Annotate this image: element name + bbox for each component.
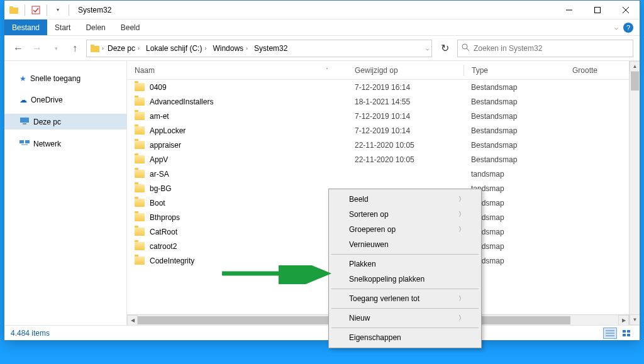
context-menu: Beeld〉Sorteren op〉Groeperen op〉Vernieuwe…	[328, 189, 482, 348]
back-button[interactable]: ←	[11, 41, 26, 56]
sidebar-item-label: Netwerk	[33, 140, 61, 148]
file-type: Bestandsmap	[464, 126, 564, 135]
file-type: Bestandsmap	[464, 83, 564, 92]
folder-icon	[135, 126, 145, 135]
properties-icon[interactable]	[30, 4, 42, 16]
file-type: tandsmap	[464, 170, 564, 179]
network-icon	[19, 139, 30, 148]
folder-icon	[135, 228, 145, 236]
scroll-down-button[interactable]: ▼	[630, 314, 640, 325]
svg-rect-2	[32, 6, 40, 14]
search-input[interactable]: Zoeken in System32	[457, 40, 633, 57]
vertical-scrollbar[interactable]: ▲ ▼	[629, 61, 640, 325]
forward-button[interactable]: →	[30, 41, 45, 56]
sidebar-item-network[interactable]: Netwerk	[4, 136, 126, 152]
context-menu-item[interactable]: Beeld〉	[330, 192, 480, 207]
folder-icon	[89, 43, 101, 54]
table-row[interactable]: AppLocker7-12-2019 10:14Bestandsmap	[127, 123, 629, 138]
file-name: CatRoot	[150, 228, 177, 236]
chevron-right-icon[interactable]: ›	[102, 45, 104, 52]
thumbnails-view-button[interactable]	[619, 328, 633, 339]
ribbon-tab-view[interactable]: Beeld	[113, 19, 148, 35]
context-menu-item[interactable]: Snelkoppeling plakken	[330, 272, 480, 287]
svg-rect-1	[9, 6, 13, 8]
folder-icon	[135, 184, 145, 192]
svg-rect-22	[627, 334, 630, 336]
chevron-right-icon: 〉	[458, 210, 465, 219]
refresh-button[interactable]: ↻	[436, 40, 453, 57]
chevron-right-icon: 〉	[458, 294, 465, 303]
breadcrumb-seg[interactable]: System32	[252, 44, 290, 53]
column-header-size[interactable]: Grootte	[565, 66, 629, 75]
folder-icon	[135, 256, 145, 265]
context-menu-item[interactable]: Nieuw〉	[330, 311, 480, 326]
up-button[interactable]: ↑	[67, 41, 82, 56]
breadcrumb-seg[interactable]: Lokale schijf (C:)›	[143, 44, 209, 53]
svg-rect-20	[627, 330, 630, 333]
sort-indicator-icon: ˄	[326, 67, 328, 73]
column-header-type[interactable]: Type	[464, 66, 565, 75]
file-name: CodeIntegrity	[150, 256, 194, 265]
qat-dropdown-icon[interactable]: ▾	[52, 4, 64, 16]
address-bar[interactable]: › Deze pc› Lokale schijf (C:)› Windows› …	[86, 40, 432, 57]
sidebar-item-onedrive[interactable]: ☁ OneDrive	[4, 92, 126, 108]
context-menu-item[interactable]: Groeperen op〉	[330, 222, 480, 237]
close-button[interactable]	[611, 1, 640, 19]
table-row[interactable]: appraiser22-11-2020 10:05Bestandsmap	[127, 138, 629, 152]
table-row[interactable]: AdvancedInstallers18-1-2021 14:55Bestand…	[127, 94, 629, 109]
chevron-right-icon: 〉	[458, 195, 465, 204]
table-row[interactable]: 04097-12-2019 16:14Bestandsmap	[127, 80, 629, 94]
svg-line-10	[467, 48, 469, 51]
file-date: 7-12-2019 10:14	[347, 112, 464, 121]
table-row[interactable]: AppV22-11-2020 10:05Bestandsmap	[127, 152, 629, 167]
column-header-date[interactable]: Gewijzigd op	[347, 66, 464, 75]
file-type: Bestandsmap	[464, 141, 564, 150]
svg-rect-19	[623, 330, 626, 333]
context-menu-separator	[331, 254, 479, 255]
file-name: 0409	[150, 83, 167, 92]
scroll-up-button[interactable]: ▲	[630, 61, 640, 72]
item-count: 4.484 items	[11, 329, 50, 338]
svg-rect-11	[20, 118, 29, 123]
sidebar-item-quick-access[interactable]: ★ Snelle toegang	[4, 71, 126, 86]
file-name: am-et	[150, 112, 169, 121]
table-row[interactable]: am-et7-12-2019 10:14Bestandsmap	[127, 109, 629, 123]
scroll-left-button[interactable]: ◀	[127, 315, 138, 326]
svg-rect-14	[25, 140, 30, 143]
recent-dropdown-icon[interactable]: ▾	[48, 41, 64, 56]
context-menu-item[interactable]: Sorteren op〉	[330, 207, 480, 222]
file-name: appraiser	[150, 141, 181, 150]
file-date: 7-12-2019 16:14	[347, 83, 464, 92]
folder-icon	[135, 199, 145, 207]
minimize-button[interactable]	[555, 1, 583, 19]
file-name: AppLocker	[150, 126, 186, 135]
breadcrumb-seg[interactable]: Windows›	[210, 44, 250, 53]
file-type: Bestandsmap	[464, 112, 564, 121]
ribbon-tab-file[interactable]: Bestand	[4, 19, 47, 35]
sidebar-item-this-pc[interactable]: Deze pc	[4, 114, 126, 130]
context-menu-item[interactable]: Plakken	[330, 256, 480, 272]
status-bar: 4.484 items	[4, 325, 640, 340]
context-menu-item[interactable]: Toegang verlenen tot〉	[330, 291, 480, 306]
file-type: Bestandsmap	[464, 155, 564, 164]
ribbon-tab-share[interactable]: Delen	[78, 19, 113, 35]
maximize-button[interactable]	[583, 1, 611, 19]
ribbon-expand-icon[interactable]: ⌵	[614, 24, 618, 31]
help-icon[interactable]: ?	[623, 23, 633, 33]
context-menu-item[interactable]: Eigenschappen	[330, 330, 480, 345]
table-row[interactable]: ar-SAtandsmap	[127, 167, 629, 181]
context-menu-item[interactable]: Vernieuwen	[330, 237, 480, 252]
breadcrumb-seg[interactable]: Deze pc›	[105, 44, 142, 53]
nav-pane: ★ Snelle toegang ☁ OneDrive Deze pc Netw…	[4, 61, 127, 325]
scroll-right-button[interactable]: ▶	[618, 315, 629, 326]
ribbon-tab-start[interactable]: Start	[47, 19, 78, 35]
title-bar: ▾ System32	[4, 1, 640, 19]
scroll-thumb[interactable]	[631, 72, 639, 91]
folder-icon	[135, 170, 145, 178]
column-header-name[interactable]: Naam˄	[127, 66, 347, 75]
cloud-icon: ☁	[19, 96, 27, 104]
svg-rect-4	[594, 7, 600, 13]
context-menu-separator	[331, 308, 479, 309]
address-dropdown-icon[interactable]: ⌵	[426, 45, 429, 52]
details-view-button[interactable]	[603, 328, 617, 339]
